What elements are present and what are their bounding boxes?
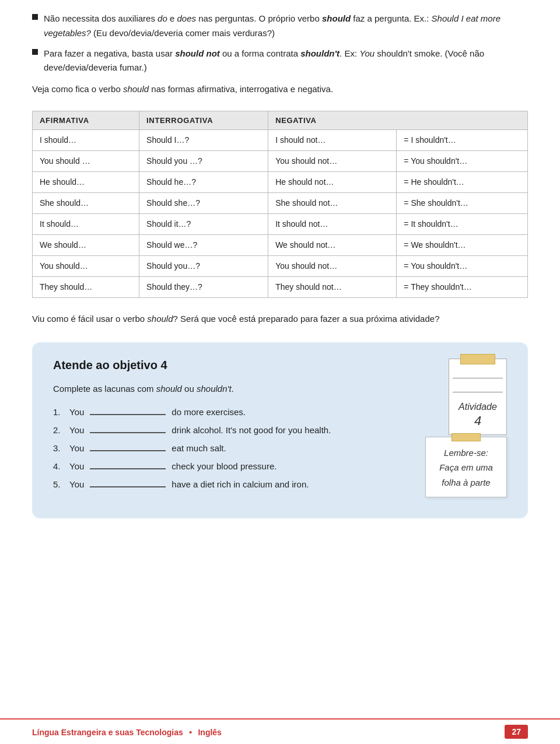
footer-title-area: Língua Estrangeira e suas Tecnologias • … — [32, 727, 222, 737]
cell-neg-long: She should not… — [268, 192, 397, 213]
exercise-blank — [90, 432, 166, 433]
atividade-label: Atividade — [449, 402, 506, 412]
exercise-pre: You — [69, 443, 84, 453]
table-row: It should… Should it…? It should not… = … — [33, 213, 528, 234]
cell-neg-short: = You shouldn't… — [397, 150, 528, 171]
example-sentence-1: Should I eat more vegetables? — [44, 13, 501, 38]
exercise-number: 4. — [53, 461, 66, 471]
instr-shouldnt: shouldn't — [197, 384, 232, 394]
cell-neg-short: = I shouldn't… — [397, 129, 528, 150]
exercise-blank — [90, 450, 166, 451]
cell-interrogativa: Should I…? — [139, 129, 268, 150]
exercise-pre: You — [69, 479, 84, 489]
cell-afirmativa: He should… — [33, 171, 139, 192]
word-should-close: should — [147, 314, 173, 324]
word-should-not: should not — [175, 48, 220, 58]
page-footer: Língua Estrangeira e suas Tecnologias • … — [0, 718, 560, 744]
word-you: You — [359, 48, 374, 58]
footer-course-title: Língua Estrangeira e suas Tecnologias — [32, 728, 183, 737]
table-row: He should… Should he…? He should not… = … — [33, 171, 528, 192]
cell-neg-short: = It shouldn't… — [397, 213, 528, 234]
atividade-card: Atividade 4 — [449, 359, 507, 435]
cell-interrogativa: Should he…? — [139, 171, 268, 192]
cell-neg-long: They should not… — [268, 276, 397, 297]
exercise-post: check your blood pressure. — [172, 461, 276, 471]
table-row: They should… Should they…? They should n… — [33, 276, 528, 297]
word-shouldnt: shouldn't — [300, 48, 340, 58]
table-row: She should… Should she…? She should not…… — [33, 192, 528, 213]
cell-neg-short: = They shouldn't… — [397, 276, 528, 297]
word-does: does — [177, 13, 196, 23]
cell-neg-long: We should not… — [268, 234, 397, 255]
exercise-number: 5. — [53, 479, 66, 489]
cell-interrogativa: Should you…? — [139, 255, 268, 276]
table-row: You should… Should you…? You should not…… — [33, 255, 528, 276]
cell-interrogativa: Should they…? — [139, 276, 268, 297]
cell-neg-long: I should not… — [268, 129, 397, 150]
cell-neg-long: It should not… — [268, 213, 397, 234]
cell-interrogativa: Should we…? — [139, 234, 268, 255]
col-header-afirmativa: AFIRMATIVA — [33, 111, 139, 129]
exercise-blank — [90, 468, 166, 469]
cell-afirmativa: It should… — [33, 213, 139, 234]
exercise-blank — [90, 486, 166, 487]
exercise-pre: You — [69, 407, 84, 417]
bullet-icon — [32, 14, 38, 20]
word-do: do — [158, 13, 167, 23]
exercise-blank — [90, 414, 166, 415]
activity-title: Atende ao objetivo 4 — [53, 359, 507, 372]
cell-afirmativa: You should… — [33, 255, 139, 276]
table-row: We should… Should we…? We should not… = … — [33, 234, 528, 255]
col-header-negativa: NEGATIVA — [268, 111, 528, 129]
cell-afirmativa: They should… — [33, 276, 139, 297]
cell-interrogativa: Should it…? — [139, 213, 268, 234]
exercise-post: drink alcohol. It's not good for you hea… — [172, 425, 331, 435]
instr-should: should — [156, 384, 182, 394]
intro-paragraph-1: Não necessita dos auxiliares do e does n… — [32, 12, 528, 97]
footer-page-number: 27 — [505, 725, 528, 739]
cell-afirmativa: She should… — [33, 192, 139, 213]
cell-afirmativa: You should … — [33, 150, 139, 171]
cell-neg-short: = She shouldn't… — [397, 192, 528, 213]
cell-neg-short: = You shouldn't… — [397, 255, 528, 276]
verb-conjugation-table: AFIRMATIVA INTERROGATIVA NEGATIVA I shou… — [32, 111, 528, 298]
bullet-icon-2 — [32, 49, 38, 55]
exercise-item: 1. You do more exercises. — [53, 407, 507, 417]
lembrese-tab — [452, 433, 481, 441]
lembrese-text: Lembre-se:Faça em umafolha à parte — [433, 445, 499, 490]
activity-box: Atividade 4 Atende ao objetivo 4 Complet… — [32, 342, 528, 519]
closing-text: Viu como é fácil usar o verbo should? Se… — [32, 312, 528, 326]
exercise-item: 2. You drink alcohol. It's not good for … — [53, 425, 507, 435]
table-row: You should … Should you …? You should no… — [33, 150, 528, 171]
exercise-pre: You — [69, 425, 84, 435]
exercise-pre: You — [69, 461, 84, 471]
exercise-post: do more exercises. — [172, 407, 246, 417]
cell-afirmativa: We should… — [33, 234, 139, 255]
activity-instruction: Complete as lacunas com should ou should… — [53, 382, 507, 396]
exercise-number: 2. — [53, 425, 66, 435]
verb-table-wrapper: AFIRMATIVA INTERROGATIVA NEGATIVA I shou… — [32, 111, 528, 298]
cell-neg-long: He should not… — [268, 171, 397, 192]
footer-dot: • — [189, 727, 192, 737]
exercise-post: eat much salt. — [172, 443, 226, 453]
exercise-number: 3. — [53, 443, 66, 453]
exercise-post: have a diet rich in calcium and iron. — [172, 479, 309, 489]
word-should-2: should — [123, 84, 149, 94]
cell-interrogativa: Should she…? — [139, 192, 268, 213]
atividade-tab — [460, 354, 495, 364]
cell-neg-long: You should not… — [268, 150, 397, 171]
word-should-1: should — [322, 13, 351, 23]
exercise-number: 1. — [53, 407, 66, 417]
table-row: I should… Should I…? I should not… = I s… — [33, 129, 528, 150]
lembrese-note: Lembre-se:Faça em umafolha à parte — [425, 437, 507, 498]
cell-neg-long: You should not… — [268, 255, 397, 276]
cell-afirmativa: I should… — [33, 129, 139, 150]
atividade-number: 4 — [449, 413, 506, 429]
cell-interrogativa: Should you …? — [139, 150, 268, 171]
col-header-interrogativa: INTERROGATIVA — [139, 111, 268, 129]
cell-neg-short: = We shouldn't… — [397, 234, 528, 255]
cell-neg-short: = He shouldn't… — [397, 171, 528, 192]
footer-subject: Inglês — [198, 728, 221, 737]
